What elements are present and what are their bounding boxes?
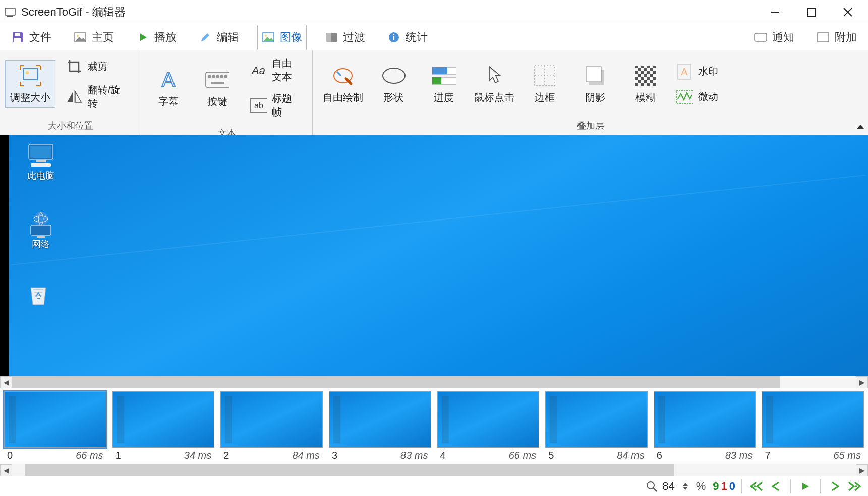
- play-button[interactable]: [797, 478, 814, 495]
- tab-image[interactable]: 图像: [257, 25, 307, 50]
- tabbar: 文件 主页 播放 编辑 图像 过渡 i 统计 通知 附加: [0, 24, 868, 50]
- tab-extras[interactable]: 附加: [813, 24, 861, 50]
- nav-next-button[interactable]: [827, 478, 844, 495]
- frame-thumb[interactable]: 5 84 ms: [545, 391, 648, 464]
- tab-label: 图像: [280, 30, 302, 45]
- svg-rect-24: [212, 75, 215, 78]
- canvas-hscroll[interactable]: ◀ ▶: [0, 376, 868, 388]
- titleframe-label: 标题帧: [272, 92, 302, 119]
- frame-thumb[interactable]: 2 84 ms: [220, 391, 323, 464]
- border-button[interactable]: 边框: [519, 61, 570, 107]
- blur-button[interactable]: 模糊: [620, 61, 671, 107]
- frame-duration: 83 ms: [400, 450, 428, 461]
- shape-label: 形状: [383, 91, 403, 104]
- tab-transition[interactable]: 过渡: [321, 24, 369, 50]
- svg-rect-28: [211, 82, 224, 84]
- shadow-button[interactable]: 阴影: [570, 61, 620, 107]
- frame-index: 5: [548, 450, 554, 461]
- svg-rect-27: [224, 75, 227, 78]
- svg-point-10: [77, 35, 79, 37]
- scroll-left-button[interactable]: ◀: [0, 464, 12, 476]
- click-button[interactable]: 鼠标点击: [469, 61, 519, 107]
- frame-index: 3: [332, 450, 337, 461]
- frame-index: 2: [223, 450, 229, 461]
- tab-label: 文件: [29, 30, 51, 45]
- zoom-stepper[interactable]: [677, 478, 694, 495]
- frame-thumb[interactable]: 4 66 ms: [437, 391, 540, 464]
- svg-rect-23: [208, 75, 211, 78]
- watermark-button[interactable]: A 水印: [671, 60, 723, 83]
- jitter-button[interactable]: 微动: [671, 85, 723, 108]
- scroll-track[interactable]: [12, 376, 856, 388]
- frame-thumb[interactable]: 6 83 ms: [654, 391, 756, 464]
- frame-index: 7: [765, 450, 770, 461]
- scroll-left-button[interactable]: ◀: [0, 376, 12, 389]
- desktop-icon-pc: 此电脑: [13, 142, 69, 182]
- titlebar: ScreenToGif - 编辑器: [0, 0, 868, 24]
- svg-rect-42: [586, 67, 601, 82]
- svg-rect-7: [15, 33, 20, 36]
- crop-icon: [66, 58, 83, 75]
- titleframe-button[interactable]: ab 标题帧: [245, 89, 307, 122]
- maximize-button[interactable]: [801, 2, 822, 22]
- frame-duration: 84 ms: [617, 450, 644, 461]
- frame-thumb[interactable]: 3 83 ms: [329, 391, 431, 464]
- canvas[interactable]: 此电脑 网络: [0, 135, 868, 376]
- globe-monitor-icon: [26, 211, 56, 236]
- nav-prev-button[interactable]: [767, 478, 784, 495]
- svg-rect-52: [31, 163, 51, 167]
- caption-icon: A: [156, 68, 181, 92]
- tab-stats[interactable]: i 统计: [383, 24, 432, 50]
- extras-icon: [817, 31, 830, 44]
- desktop-label: 此电脑: [27, 170, 54, 182]
- freetext-button[interactable]: Aa 自由文本: [245, 53, 307, 87]
- tab-edit[interactable]: 编辑: [195, 24, 243, 50]
- tab-file[interactable]: 文件: [7, 24, 55, 50]
- jitter-icon: [676, 88, 693, 105]
- frame-duration: 83 ms: [725, 450, 753, 461]
- caption-button[interactable]: A 字幕: [146, 65, 191, 112]
- shape-button[interactable]: 形状: [368, 61, 419, 107]
- keyboard-icon: [205, 68, 229, 92]
- flip-icon: [66, 88, 83, 105]
- svg-text:A: A: [681, 66, 688, 77]
- timeline-hscroll[interactable]: ◀ ▶: [0, 464, 868, 476]
- group-caption: 大小和位置: [0, 118, 141, 135]
- scroll-right-button[interactable]: ▶: [856, 464, 868, 476]
- svg-point-12: [265, 35, 267, 37]
- flip-button[interactable]: 翻转/旋转: [61, 80, 136, 114]
- ribbon-collapse-icon[interactable]: [856, 123, 865, 134]
- resize-button[interactable]: 调整大小: [5, 60, 55, 108]
- frame-duration: 66 ms: [509, 450, 536, 461]
- progress-button[interactable]: 进度: [419, 61, 469, 107]
- nav-first-button[interactable]: [748, 478, 765, 495]
- tab-label: 通知: [772, 30, 794, 45]
- frame-thumb[interactable]: 7 65 ms: [762, 391, 864, 464]
- pencil-icon: [199, 31, 212, 44]
- tab-label: 主页: [92, 30, 114, 45]
- close-button[interactable]: [838, 2, 858, 22]
- frame-index: 0: [7, 450, 13, 461]
- ribbon-group-text: A 字幕 按键 Aa 自由文本 ab 标题帧 文本: [141, 50, 313, 135]
- svg-point-53: [34, 212, 48, 226]
- tab-home[interactable]: 主页: [70, 24, 118, 50]
- tab-label: 附加: [835, 30, 857, 45]
- svg-rect-1: [7, 16, 13, 17]
- nav-last-button[interactable]: [846, 478, 863, 495]
- frame-thumb[interactable]: 1 34 ms: [112, 391, 215, 464]
- statusbar: 84 % 9 1 0: [0, 476, 868, 496]
- frame-thumb[interactable]: 0 66 ms: [4, 391, 106, 464]
- tab-label: 统计: [406, 30, 428, 45]
- zoom-value: 84: [662, 480, 674, 493]
- tab-play[interactable]: 播放: [132, 24, 181, 50]
- save-icon: [11, 31, 24, 44]
- minimize-button[interactable]: [765, 2, 785, 22]
- zoom-icon[interactable]: [643, 478, 660, 495]
- crop-button[interactable]: 裁剪: [61, 55, 136, 78]
- freedraw-button[interactable]: 自由绘制: [318, 61, 368, 107]
- scroll-track[interactable]: [12, 464, 856, 476]
- frame-image: [329, 391, 431, 448]
- tab-notify[interactable]: 通知: [750, 24, 798, 50]
- scroll-right-button[interactable]: ▶: [856, 376, 868, 389]
- keys-button[interactable]: 按键: [196, 65, 240, 112]
